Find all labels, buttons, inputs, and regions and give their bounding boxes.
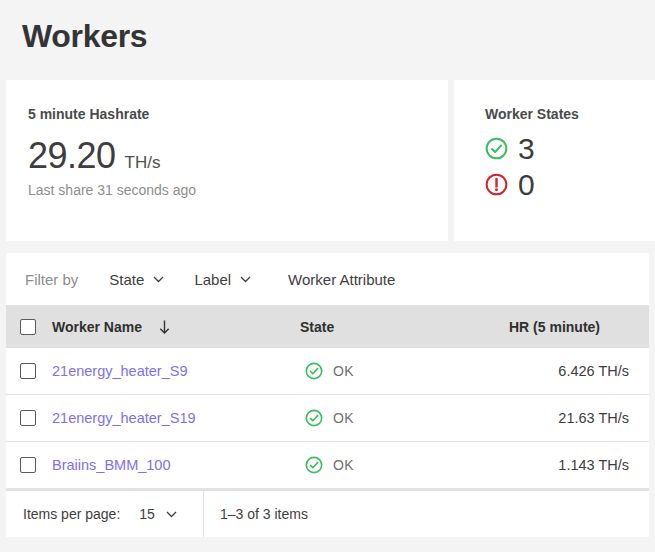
column-header-worker-name[interactable]: Worker Name bbox=[52, 319, 300, 335]
worker-states-label: Worker States bbox=[485, 106, 655, 122]
worker-name-link[interactable]: Braiins_BMM_100 bbox=[52, 457, 170, 473]
items-per-page-value: 15 bbox=[139, 506, 155, 522]
hashrate-value-row: 29.20 TH/s bbox=[28, 135, 426, 177]
error-worker-count: 0 bbox=[518, 168, 535, 202]
arrow-down-icon bbox=[157, 319, 172, 335]
table-row: 21energy_heater_S19 OK 21.63 TH/s bbox=[6, 395, 649, 442]
table-header-row: Worker Name State HR (5 minute) bbox=[6, 305, 649, 348]
label-filter-label: Label bbox=[194, 271, 231, 288]
check-circle-icon bbox=[485, 137, 508, 160]
table-row: Braiins_BMM_100 OK 1.143 TH/s bbox=[6, 442, 649, 489]
warning-circle-icon bbox=[485, 173, 508, 196]
hashrate-value: 29.20 bbox=[28, 135, 116, 177]
ok-worker-count: 3 bbox=[518, 132, 535, 166]
table-row: 21energy_heater_S9 OK 6.426 TH/s bbox=[6, 348, 649, 395]
worker-hashrate-value: 6.426 TH/s bbox=[503, 363, 629, 379]
worker-state-cell: OK bbox=[300, 456, 503, 474]
stat-cards-row: 5 minute Hashrate 29.20 TH/s Last share … bbox=[6, 80, 655, 241]
worker-state-cell: OK bbox=[300, 362, 503, 380]
row-checkbox[interactable] bbox=[20, 410, 36, 426]
items-per-page-select[interactable]: 15 bbox=[139, 506, 177, 522]
select-all-checkbox[interactable] bbox=[20, 319, 36, 335]
column-header-state[interactable]: State bbox=[300, 319, 503, 335]
pagination-range-text: 1–3 of 3 items bbox=[220, 491, 308, 537]
filter-bar: Filter by State Label Worker Attribute bbox=[6, 253, 649, 305]
worker-state-text: OK bbox=[333, 410, 354, 426]
filter-by-label: Filter by bbox=[25, 271, 78, 288]
chevron-down-icon bbox=[166, 511, 177, 518]
worker-state-text: OK bbox=[333, 363, 354, 379]
worker-name-link[interactable]: 21energy_heater_S9 bbox=[52, 363, 187, 379]
pagination-divider bbox=[203, 491, 204, 537]
worker-state-text: OK bbox=[333, 457, 354, 473]
select-all-cell bbox=[6, 319, 52, 335]
row-checkbox[interactable] bbox=[20, 363, 36, 379]
worker-hashrate-value: 21.63 TH/s bbox=[503, 410, 629, 426]
last-share-text: Last share 31 seconds ago bbox=[28, 182, 426, 198]
check-circle-icon bbox=[305, 362, 323, 380]
column-header-hashrate[interactable]: HR (5 minute) bbox=[503, 319, 629, 335]
chevron-down-icon bbox=[153, 276, 164, 283]
ok-state-line: 3 bbox=[485, 136, 655, 161]
page-title: Workers bbox=[22, 18, 655, 55]
items-per-page-label: Items per page: bbox=[23, 506, 120, 522]
label-filter-dropdown[interactable]: Label bbox=[194, 271, 251, 288]
hashrate-card-label: 5 minute Hashrate bbox=[28, 106, 426, 122]
error-state-line: 0 bbox=[485, 172, 655, 197]
chevron-down-icon bbox=[240, 276, 251, 283]
row-checkbox[interactable] bbox=[20, 457, 36, 473]
hashrate-unit: TH/s bbox=[125, 153, 161, 173]
hashrate-card: 5 minute Hashrate 29.20 TH/s Last share … bbox=[6, 80, 448, 241]
worker-states-card: Worker States 3 0 bbox=[454, 80, 655, 241]
workers-page: Workers 5 minute Hashrate 29.20 TH/s Las… bbox=[0, 0, 655, 552]
check-circle-icon bbox=[305, 456, 323, 474]
worker-attribute-filter[interactable]: Worker Attribute bbox=[288, 271, 395, 288]
worker-hashrate-value: 1.143 TH/s bbox=[503, 457, 629, 473]
pagination-bar: Items per page: 15 1–3 of 3 items bbox=[6, 489, 649, 537]
page-header: Workers bbox=[0, 0, 655, 80]
workers-table-section: Filter by State Label Worker Attribute bbox=[6, 253, 649, 537]
worker-state-cell: OK bbox=[300, 409, 503, 427]
worker-name-link[interactable]: 21energy_heater_S19 bbox=[52, 410, 196, 426]
state-filter-label: State bbox=[109, 271, 144, 288]
state-filter-dropdown[interactable]: State bbox=[109, 271, 164, 288]
check-circle-icon bbox=[305, 409, 323, 427]
